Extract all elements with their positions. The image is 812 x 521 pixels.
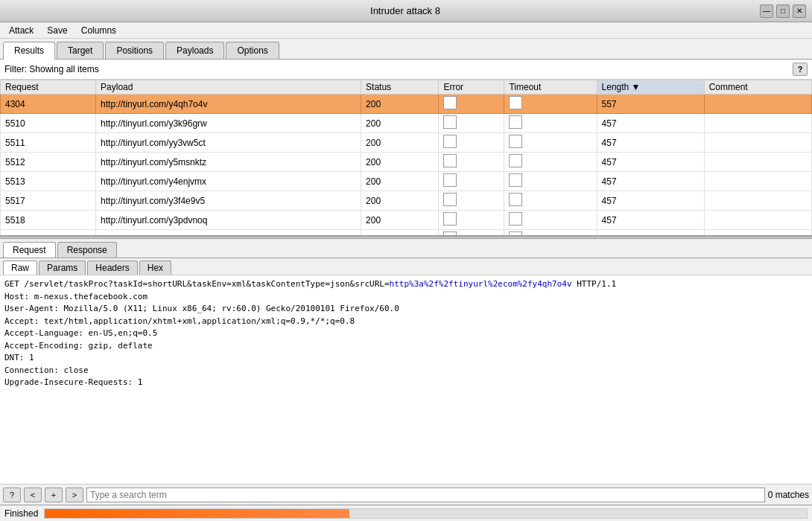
main-tabs: Results Target Positions Payloads Option… xyxy=(0,39,812,60)
cell-timeout-checkbox[interactable] xyxy=(509,154,522,167)
tab-target[interactable]: Target xyxy=(57,42,104,59)
cell-timeout-checkbox[interactable] xyxy=(509,193,522,206)
cell-comment xyxy=(704,211,811,230)
cell-timeout xyxy=(504,211,597,230)
status-progress-bar xyxy=(44,508,808,519)
tab-headers[interactable]: Headers xyxy=(87,260,137,275)
cell-comment xyxy=(704,114,811,133)
cell-payload: http://tinyurl.com/y4qh7o4v xyxy=(96,95,361,114)
cell-timeout-checkbox[interactable] xyxy=(509,212,522,226)
window-controls[interactable]: — □ ✕ xyxy=(760,4,806,18)
cell-length: 457 xyxy=(597,133,704,153)
request-line-7: DNT: 1 xyxy=(4,352,808,365)
cell-request: 5517 xyxy=(1,191,96,211)
cell-timeout-checkbox[interactable] xyxy=(509,135,522,148)
tab-raw[interactable]: Raw xyxy=(3,260,37,275)
maximize-button[interactable]: □ xyxy=(776,4,790,18)
filter-bar: Filter: Showing all items ? xyxy=(0,60,812,80)
help-button[interactable]: ? xyxy=(3,488,21,502)
prev-button[interactable]: < xyxy=(24,488,42,502)
tab-positions[interactable]: Positions xyxy=(105,42,164,59)
table-row[interactable]: 5519http://tinyurl.com/yxernaufm200457 xyxy=(1,230,812,237)
col-status[interactable]: Status xyxy=(361,80,439,95)
cell-payload: http://tinyurl.com/yxernaufm xyxy=(96,230,361,237)
cell-error-checkbox[interactable] xyxy=(443,173,457,187)
cell-error-checkbox[interactable] xyxy=(443,135,457,148)
request-line-8: Connection: close xyxy=(4,365,808,377)
filter-help-button[interactable]: ? xyxy=(793,63,808,76)
tab-hex[interactable]: Hex xyxy=(139,260,171,275)
menu-columns[interactable]: Columns xyxy=(75,24,122,37)
table-row[interactable]: 5518http://tinyurl.com/y3pdvnoq200457 xyxy=(1,211,812,230)
cell-comment xyxy=(704,95,811,114)
cell-timeout xyxy=(504,133,597,153)
cell-length: 457 xyxy=(597,114,704,133)
table-row[interactable]: 5513http://tinyurl.com/y4enjvmx200457 xyxy=(1,172,812,191)
cell-error-checkbox[interactable] xyxy=(443,96,457,109)
cell-error xyxy=(439,191,504,211)
cell-status: 200 xyxy=(361,191,439,211)
cell-timeout-checkbox[interactable] xyxy=(509,96,522,109)
cell-error-checkbox[interactable] xyxy=(443,154,457,167)
col-request[interactable]: Request xyxy=(1,80,96,95)
cell-error xyxy=(439,172,504,191)
bottom-bar: ? < + > 0 matches xyxy=(0,484,812,505)
tab-params[interactable]: Params xyxy=(39,260,86,275)
table-row[interactable]: 4304http://tinyurl.com/y4qh7o4v200557 xyxy=(1,95,812,114)
cell-error-checkbox[interactable] xyxy=(443,193,457,206)
table-row[interactable]: 5510http://tinyurl.com/y3k96grw200457 xyxy=(1,114,812,133)
search-input[interactable] xyxy=(86,488,765,502)
minimize-button[interactable]: — xyxy=(760,4,773,18)
tab-results[interactable]: Results xyxy=(3,42,55,60)
cell-length: 457 xyxy=(597,153,704,172)
results-table-container: Request Payload Status Error Timeout Len… xyxy=(0,80,812,236)
title-bar: Intruder attack 8 — □ ✕ xyxy=(0,0,812,22)
matches-count: 0 matches xyxy=(768,490,809,500)
table-row[interactable]: 5512http://tinyurl.com/y5msnktz200457 xyxy=(1,153,812,172)
raw-tabs: Raw Params Headers Hex xyxy=(0,258,812,275)
tab-payloads[interactable]: Payloads xyxy=(165,42,224,59)
cell-error-checkbox[interactable] xyxy=(443,212,457,226)
col-timeout[interactable]: Timeout xyxy=(504,80,597,95)
cell-request: 5513 xyxy=(1,172,96,191)
cell-status: 200 xyxy=(361,95,439,114)
cell-error-checkbox[interactable] xyxy=(443,231,457,236)
cell-comment xyxy=(704,172,811,191)
request-line-6: Accept-Encoding: gzip, deflate xyxy=(4,340,808,353)
add-button[interactable]: + xyxy=(45,488,63,502)
close-button[interactable]: ✕ xyxy=(793,4,806,18)
col-comment[interactable]: Comment xyxy=(704,80,811,95)
cell-request: 5511 xyxy=(1,133,96,153)
req-resp-tabs: Request Response xyxy=(0,239,812,258)
request-line-4: Accept: text/html,application/xhtml+xml,… xyxy=(4,316,808,328)
cell-timeout-checkbox[interactable] xyxy=(509,115,522,129)
request-line-2: Host: m-nexus.thefacebook.com xyxy=(4,291,808,304)
col-length[interactable]: Length ▼ xyxy=(597,80,704,95)
cell-length: 457 xyxy=(597,211,704,230)
cell-request: 5510 xyxy=(1,114,96,133)
cell-error-checkbox[interactable] xyxy=(443,115,457,129)
tab-options[interactable]: Options xyxy=(226,42,279,59)
col-error[interactable]: Error xyxy=(439,80,504,95)
tab-response[interactable]: Response xyxy=(57,242,117,258)
col-payload[interactable]: Payload xyxy=(96,80,361,95)
cell-timeout xyxy=(504,114,597,133)
request-line-1: GET /servlet/taskProc?taskId=shortURL&ta… xyxy=(4,278,808,291)
cell-timeout-checkbox[interactable] xyxy=(509,231,522,236)
window-title: Intruder attack 8 xyxy=(51,5,760,16)
request-line-3: User-Agent: Mozilla/5.0 (X11; Linux x86_… xyxy=(4,303,808,316)
tab-request[interactable]: Request xyxy=(3,242,56,258)
cell-payload: http://tinyurl.com/y3k96grw xyxy=(96,114,361,133)
table-row[interactable]: 5511http://tinyurl.com/yy3vw5ct200457 xyxy=(1,133,812,153)
cell-status: 200 xyxy=(361,114,439,133)
cell-request: 5519 xyxy=(1,230,96,237)
cell-timeout xyxy=(504,191,597,211)
cell-payload: http://tinyurl.com/y3f4e9v5 xyxy=(96,191,361,211)
cell-timeout xyxy=(504,95,597,114)
menu-save[interactable]: Save xyxy=(41,24,73,37)
cell-timeout-checkbox[interactable] xyxy=(509,173,522,187)
next-button[interactable]: > xyxy=(66,488,83,502)
menu-attack[interactable]: Attack xyxy=(3,24,39,37)
cell-status: 200 xyxy=(361,153,439,172)
table-row[interactable]: 5517http://tinyurl.com/y3f4e9v5200457 xyxy=(1,191,812,211)
